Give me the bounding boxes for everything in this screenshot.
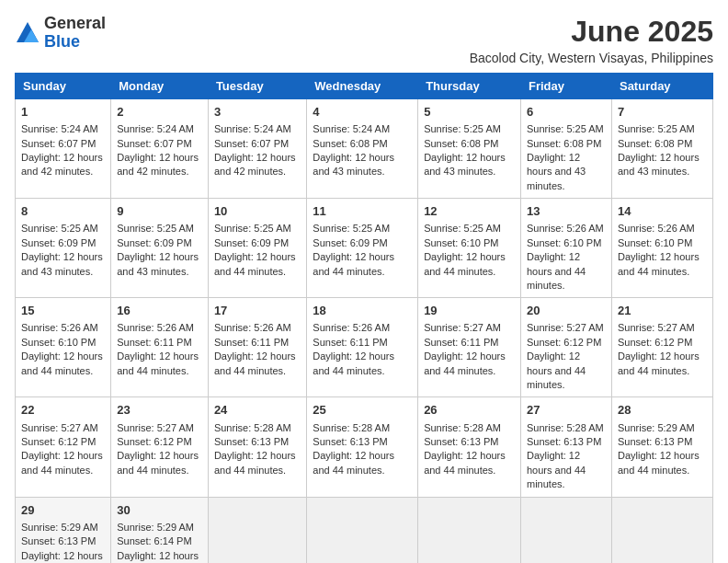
table-row: 9Sunrise: 5:25 AMSunset: 6:09 PMDaylight…: [111, 199, 209, 298]
header-saturday: Saturday: [611, 74, 712, 99]
day-number: 10: [214, 203, 301, 220]
sunrise-text: Sunrise: 5:25 AM: [313, 223, 390, 234]
sunset-text: Sunset: 6:14 PM: [117, 535, 191, 546]
table-row: 7Sunrise: 5:25 AMSunset: 6:08 PMDaylight…: [611, 99, 712, 199]
table-row: 29Sunrise: 5:29 AMSunset: 6:13 PMDayligh…: [16, 497, 111, 563]
daylight-text: Daylight: 12 hours and 44 minutes.: [21, 550, 103, 563]
sunset-text: Sunset: 6:07 PM: [214, 138, 289, 149]
sunset-text: Sunset: 6:07 PM: [21, 138, 96, 149]
sunset-text: Sunset: 6:13 PM: [21, 535, 96, 546]
table-row: 20Sunrise: 5:27 AMSunset: 6:12 PMDayligh…: [521, 298, 612, 397]
table-row: 4Sunrise: 5:24 AMSunset: 6:08 PMDaylight…: [307, 99, 418, 199]
day-number: 23: [117, 402, 202, 419]
table-row: [521, 497, 612, 563]
sunrise-text: Sunrise: 5:27 AM: [618, 322, 695, 333]
subtitle: Bacolod City, Western Visayas, Philippin…: [470, 51, 713, 65]
sunset-text: Sunset: 6:08 PM: [424, 138, 498, 149]
daylight-text: Daylight: 12 hours and 44 minutes.: [117, 350, 199, 375]
daylight-text: Daylight: 12 hours and 44 minutes.: [527, 450, 586, 489]
table-row: 2Sunrise: 5:24 AMSunset: 6:07 PMDaylight…: [111, 99, 209, 199]
sunrise-text: Sunrise: 5:24 AM: [313, 123, 390, 134]
daylight-text: Daylight: 12 hours and 44 minutes.: [424, 450, 506, 475]
day-number: 5: [424, 104, 515, 121]
sunset-text: Sunset: 6:12 PM: [117, 436, 191, 447]
header-sunday: Sunday: [16, 74, 111, 99]
sunrise-text: Sunrise: 5:25 AM: [21, 223, 98, 234]
sunset-text: Sunset: 6:13 PM: [527, 436, 601, 447]
sunrise-text: Sunrise: 5:25 AM: [214, 223, 291, 234]
sunset-text: Sunset: 6:08 PM: [527, 138, 601, 149]
day-number: 4: [313, 104, 412, 121]
daylight-text: Daylight: 12 hours and 42 minutes.: [214, 152, 296, 177]
daylight-text: Daylight: 12 hours and 43 minutes.: [424, 152, 506, 177]
sunrise-text: Sunrise: 5:27 AM: [117, 422, 194, 433]
daylight-text: Daylight: 12 hours and 44 minutes.: [214, 350, 296, 375]
sunrise-text: Sunrise: 5:28 AM: [313, 422, 390, 433]
daylight-text: Daylight: 12 hours and 44 minutes.: [117, 450, 199, 475]
sunrise-text: Sunrise: 5:25 AM: [117, 223, 194, 234]
header-row: Sunday Monday Tuesday Wednesday Thursday…: [16, 74, 713, 99]
sunrise-text: Sunrise: 5:26 AM: [618, 223, 695, 234]
table-row: 19Sunrise: 5:27 AMSunset: 6:11 PMDayligh…: [418, 298, 521, 397]
sunset-text: Sunset: 6:09 PM: [21, 237, 96, 248]
calendar-week-4: 22Sunrise: 5:27 AMSunset: 6:12 PMDayligh…: [16, 397, 713, 497]
logo-text: General Blue: [44, 15, 106, 52]
logo-blue: Blue: [44, 33, 106, 52]
sunrise-text: Sunrise: 5:28 AM: [214, 422, 291, 433]
calendar-week-1: 1Sunrise: 5:24 AMSunset: 6:07 PMDaylight…: [16, 99, 713, 199]
table-row: [611, 497, 712, 563]
sunrise-text: Sunrise: 5:26 AM: [21, 322, 98, 333]
daylight-text: Daylight: 12 hours and 44 minutes.: [618, 251, 700, 276]
table-row: [307, 497, 418, 563]
sunrise-text: Sunrise: 5:27 AM: [527, 322, 604, 333]
daylight-text: Daylight: 12 hours and 44 minutes.: [313, 450, 394, 475]
day-number: 20: [527, 303, 606, 319]
sunset-text: Sunset: 6:10 PM: [424, 237, 498, 248]
day-number: 6: [527, 104, 606, 121]
table-row: 18Sunrise: 5:26 AMSunset: 6:11 PMDayligh…: [307, 298, 418, 397]
sunset-text: Sunset: 6:11 PM: [313, 337, 387, 348]
sunrise-text: Sunrise: 5:25 AM: [424, 123, 501, 134]
calendar-week-3: 15Sunrise: 5:26 AMSunset: 6:10 PMDayligh…: [16, 298, 713, 397]
sunset-text: Sunset: 6:10 PM: [618, 237, 692, 248]
daylight-text: Daylight: 12 hours and 44 minutes.: [214, 251, 296, 276]
sunrise-text: Sunrise: 5:27 AM: [21, 422, 98, 433]
daylight-text: Daylight: 12 hours and 44 minutes.: [214, 450, 296, 475]
day-number: 1: [21, 104, 105, 121]
table-row: 26Sunrise: 5:28 AMSunset: 6:13 PMDayligh…: [418, 397, 521, 497]
header-tuesday: Tuesday: [208, 74, 306, 99]
title-area: June 2025 Bacolod City, Western Visayas,…: [470, 15, 713, 65]
table-row: [418, 497, 521, 563]
logo: General Blue: [15, 15, 106, 52]
day-number: 22: [21, 402, 105, 419]
daylight-text: Daylight: 12 hours and 44 minutes.: [424, 251, 506, 276]
sunrise-text: Sunrise: 5:28 AM: [424, 422, 501, 433]
table-row: [208, 497, 306, 563]
sunset-text: Sunset: 6:11 PM: [424, 337, 498, 348]
table-row: 21Sunrise: 5:27 AMSunset: 6:12 PMDayligh…: [611, 298, 712, 397]
table-row: 22Sunrise: 5:27 AMSunset: 6:12 PMDayligh…: [16, 397, 111, 497]
table-row: 15Sunrise: 5:26 AMSunset: 6:10 PMDayligh…: [16, 298, 111, 397]
sunset-text: Sunset: 6:09 PM: [313, 237, 387, 248]
sunset-text: Sunset: 6:11 PM: [214, 337, 289, 348]
day-number: 29: [21, 502, 105, 519]
day-number: 2: [117, 104, 202, 121]
daylight-text: Daylight: 12 hours and 44 minutes.: [117, 550, 199, 563]
day-number: 18: [313, 303, 412, 319]
table-row: 11Sunrise: 5:25 AMSunset: 6:09 PMDayligh…: [307, 199, 418, 298]
daylight-text: Daylight: 12 hours and 43 minutes.: [618, 152, 700, 177]
daylight-text: Daylight: 12 hours and 44 minutes.: [618, 350, 700, 375]
table-row: 1Sunrise: 5:24 AMSunset: 6:07 PMDaylight…: [16, 99, 111, 199]
sunset-text: Sunset: 6:12 PM: [527, 337, 601, 348]
sunrise-text: Sunrise: 5:29 AM: [117, 522, 194, 533]
sunrise-text: Sunrise: 5:25 AM: [424, 223, 501, 234]
table-row: 23Sunrise: 5:27 AMSunset: 6:12 PMDayligh…: [111, 397, 209, 497]
header-thursday: Thursday: [418, 74, 521, 99]
sunset-text: Sunset: 6:09 PM: [214, 237, 289, 248]
table-row: 10Sunrise: 5:25 AMSunset: 6:09 PMDayligh…: [208, 199, 306, 298]
sunset-text: Sunset: 6:13 PM: [214, 436, 289, 447]
table-row: 30Sunrise: 5:29 AMSunset: 6:14 PMDayligh…: [111, 497, 209, 563]
sunrise-text: Sunrise: 5:29 AM: [618, 422, 695, 433]
calendar-table: Sunday Monday Tuesday Wednesday Thursday…: [15, 73, 713, 563]
day-number: 26: [424, 402, 515, 419]
